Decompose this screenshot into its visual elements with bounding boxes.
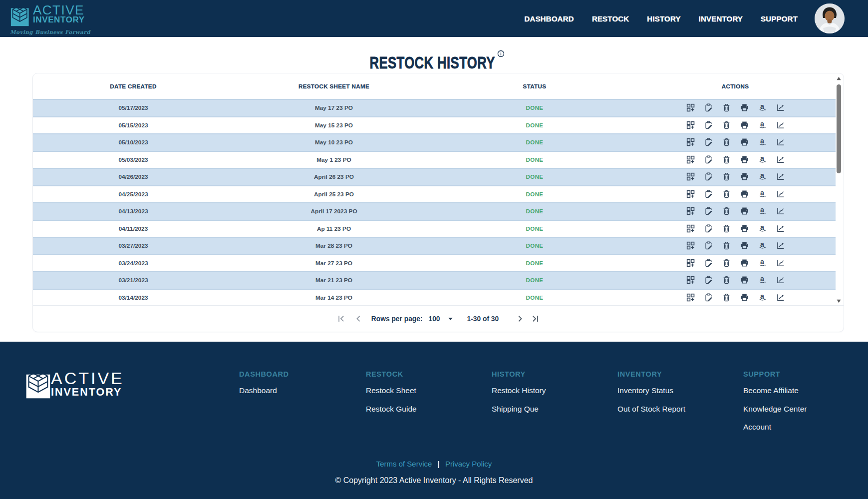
footer-link-become-affiliate[interactable]: Become Affiliate [743,386,858,395]
nav-link-inventory[interactable]: INVENTORY [699,14,743,23]
amazon-action-button[interactable]: a [757,102,768,113]
edit-action-button[interactable] [703,119,714,131]
dashboard-add-action-button[interactable] [685,102,696,113]
edit-action-button[interactable] [703,292,714,303]
footer-link-account[interactable]: Account [743,422,858,432]
print-action-button[interactable] [739,188,750,200]
nav-link-restock[interactable]: RESTOCK [592,14,629,23]
delete-action-button[interactable] [721,154,732,165]
edit-action-button[interactable] [703,240,714,251]
delete-action-button[interactable] [721,274,732,286]
analytics-action-button[interactable] [775,257,786,269]
print-action-button[interactable] [739,274,750,286]
print-action-button[interactable] [739,292,750,303]
dashboard-add-action-button[interactable] [685,274,696,286]
analytics-action-button[interactable] [775,119,786,131]
amazon-action-button[interactable]: a [757,274,768,286]
terms-of-service-link[interactable]: Terms of Service [376,460,432,468]
dashboard-add-action-button[interactable] [685,223,696,234]
delete-action-button[interactable] [721,205,732,217]
footer-link-dashboard[interactable]: Dashboard [239,386,354,395]
print-action-button[interactable] [739,223,750,234]
print-action-button[interactable] [739,136,750,148]
edit-action-button[interactable] [703,205,714,217]
scrollbar-thumb[interactable] [837,84,841,173]
delete-action-button[interactable] [721,136,732,148]
next-page-button[interactable] [516,313,525,325]
dashboard-add-action-button[interactable] [685,154,696,165]
print-action-button[interactable] [739,240,750,251]
print-action-button[interactable] [739,257,750,269]
delete-action-button[interactable] [721,188,732,200]
table-scrollbar[interactable] [836,74,842,305]
amazon-action-button[interactable]: a [757,205,768,217]
analytics-action-button[interactable] [775,102,786,113]
dashboard-add-action-button[interactable] [685,205,696,217]
print-action-button[interactable] [739,119,750,131]
footer-link-restock-guide[interactable]: Restock Guide [366,404,481,414]
footer-link-restock-history[interactable]: Restock History [492,386,606,395]
scrollbar-down-arrow-icon[interactable] [836,298,842,304]
edit-action-button[interactable] [703,171,714,182]
brand-logo[interactable]: ACTIVE INVENTORY Moving Business Forward [10,4,120,37]
nav-link-history[interactable]: HISTORY [647,14,680,23]
edit-action-button[interactable] [703,257,714,269]
amazon-action-button[interactable]: a [757,223,768,234]
edit-action-button[interactable] [703,188,714,200]
analytics-action-button[interactable] [775,292,786,303]
amazon-action-button[interactable]: a [757,119,768,131]
dashboard-add-action-button[interactable] [685,119,696,131]
amazon-action-button[interactable]: a [757,136,768,148]
footer-link-inventory-status[interactable]: Inventory Status [617,386,732,395]
analytics-action-button[interactable] [775,136,786,148]
edit-action-button[interactable] [703,136,714,148]
dashboard-add-action-button[interactable] [685,188,696,200]
delete-action-button[interactable] [721,292,732,303]
analytics-action-button[interactable] [775,205,786,217]
amazon-action-button[interactable]: a [757,171,768,182]
amazon-action-button[interactable]: a [757,257,768,269]
delete-action-button[interactable] [721,119,732,131]
amazon-action-button[interactable]: a [757,188,768,200]
delete-action-button[interactable] [721,257,732,269]
nav-link-dashboard[interactable]: DASHBOARD [525,14,574,23]
edit-action-button[interactable] [703,274,714,286]
analytics-action-button[interactable] [775,240,786,251]
last-page-button[interactable] [531,313,540,325]
print-action-button[interactable] [739,205,750,217]
footer-link-knowledge-center[interactable]: Knowledge Center [743,404,858,414]
dashboard-add-action-button[interactable] [685,240,696,251]
first-page-button[interactable] [337,313,346,325]
rows-per-page-select[interactable]: 100 [429,315,453,323]
edit-action-button[interactable] [703,102,714,113]
scrollbar-up-arrow-icon[interactable] [836,75,842,81]
amazon-action-button[interactable]: a [757,154,768,165]
delete-action-button[interactable] [721,171,732,182]
print-action-button[interactable] [739,154,750,165]
analytics-action-button[interactable] [775,171,786,182]
delete-action-button[interactable] [721,102,732,113]
edit-action-button[interactable] [703,154,714,165]
analytics-action-button[interactable] [775,274,786,286]
delete-action-button[interactable] [721,240,732,251]
amazon-action-button[interactable]: a [757,240,768,251]
footer-link-out-of-stock-report[interactable]: Out of Stock Report [617,404,732,414]
previous-page-button[interactable] [354,313,363,325]
footer-link-restock-sheet[interactable]: Restock Sheet [366,386,481,395]
dashboard-add-action-button[interactable] [685,136,696,148]
info-icon[interactable] [497,45,505,60]
dashboard-add-action-button[interactable] [685,292,696,303]
dashboard-add-action-button[interactable] [685,171,696,182]
privacy-policy-link[interactable]: Privacy Policy [445,460,492,468]
dashboard-add-action-button[interactable] [685,257,696,269]
analytics-action-button[interactable] [775,188,786,200]
print-action-button[interactable] [739,102,750,113]
nav-link-support[interactable]: SUPPORT [761,14,798,23]
analytics-action-button[interactable] [775,154,786,165]
amazon-action-button[interactable]: a [757,292,768,303]
user-avatar[interactable] [815,3,845,33]
analytics-action-button[interactable] [775,223,786,234]
edit-action-button[interactable] [703,223,714,234]
footer-link-shipping-que[interactable]: Shipping Que [492,404,606,414]
delete-action-button[interactable] [721,223,732,234]
